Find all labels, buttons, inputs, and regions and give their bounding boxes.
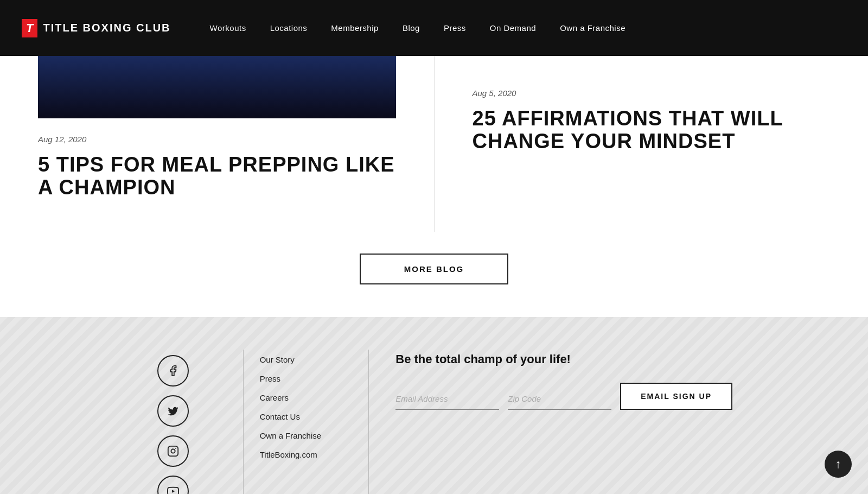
footer-divider-1	[243, 350, 244, 494]
logo-link[interactable]: T TITLE BOXING CLUB	[22, 19, 171, 37]
twitter-icon[interactable]	[157, 395, 189, 427]
scroll-to-top-button[interactable]: ↑	[825, 451, 852, 478]
footer-link-franchise[interactable]: Own a Franchise	[260, 431, 347, 440]
nav-on-demand[interactable]: On Demand	[478, 23, 548, 33]
footer-link-titleboxing[interactable]: TitleBoxing.com	[260, 450, 347, 459]
footer-social	[136, 350, 227, 494]
blog-card-1: Aug 12, 2020 5 TIPS FOR MEAL PREPPING LI…	[0, 56, 435, 232]
blog-section: Aug 12, 2020 5 TIPS FOR MEAL PREPPING LI…	[0, 56, 868, 232]
nav-press[interactable]: Press	[432, 23, 478, 33]
blog-card-2: Aug 5, 2020 25 AFFIRMATIONS THAT WILL CH…	[435, 56, 869, 232]
blog-date-2: Aug 5, 2020	[473, 88, 831, 98]
more-blog-section: MORE BLOG	[0, 232, 868, 317]
footer-link-contact[interactable]: Contact Us	[260, 412, 347, 421]
nav-own-franchise[interactable]: Own a Franchise	[548, 23, 637, 33]
blog-date-1: Aug 12, 2020	[38, 135, 396, 144]
blog-image-1	[38, 56, 396, 118]
footer-links: Our Story Press Careers Contact Us Own a…	[260, 350, 347, 459]
youtube-icon[interactable]	[157, 476, 189, 494]
newsletter-title: Be the total champ of your life!	[395, 352, 732, 366]
nav-workouts[interactable]: Workouts	[198, 23, 258, 33]
logo-text: TITLE BOXING CLUB	[43, 22, 170, 34]
footer-link-careers[interactable]: Careers	[260, 393, 347, 402]
nav-locations[interactable]: Locations	[258, 23, 320, 33]
email-signup-button[interactable]: EMAIL SIGN UP	[620, 383, 732, 410]
svg-rect-0	[168, 446, 178, 455]
more-blog-button[interactable]: MORE BLOG	[360, 254, 509, 284]
instagram-icon[interactable]	[157, 435, 189, 467]
logo-t-icon: T	[22, 19, 37, 37]
footer-newsletter: Be the total champ of your life! EMAIL S…	[395, 350, 732, 410]
footer-link-our-story[interactable]: Our Story	[260, 355, 347, 364]
nav-blog[interactable]: Blog	[391, 23, 432, 33]
footer-top: Our Story Press Careers Contact Us Own a…	[0, 317, 868, 494]
nav-membership[interactable]: Membership	[319, 23, 391, 33]
zip-input[interactable]	[508, 389, 611, 410]
navbar: T TITLE BOXING CLUB Workouts Locations M…	[0, 0, 868, 56]
blog-title-2[interactable]: 25 AFFIRMATIONS THAT WILL CHANGE YOUR MI…	[473, 107, 831, 153]
newsletter-form: EMAIL SIGN UP	[395, 383, 732, 410]
facebook-icon[interactable]	[157, 355, 189, 387]
footer-inner: Our Story Press Careers Contact Us Own a…	[136, 350, 732, 494]
blog-title-1[interactable]: 5 TIPS FOR MEAL PREPPING LIKE A CHAMPION	[38, 154, 396, 199]
footer-divider-2	[368, 350, 369, 494]
svg-marker-2	[172, 490, 175, 493]
footer-link-press[interactable]: Press	[260, 374, 347, 383]
email-input[interactable]	[395, 389, 499, 410]
nav-links: Workouts Locations Membership Blog Press…	[198, 23, 637, 33]
